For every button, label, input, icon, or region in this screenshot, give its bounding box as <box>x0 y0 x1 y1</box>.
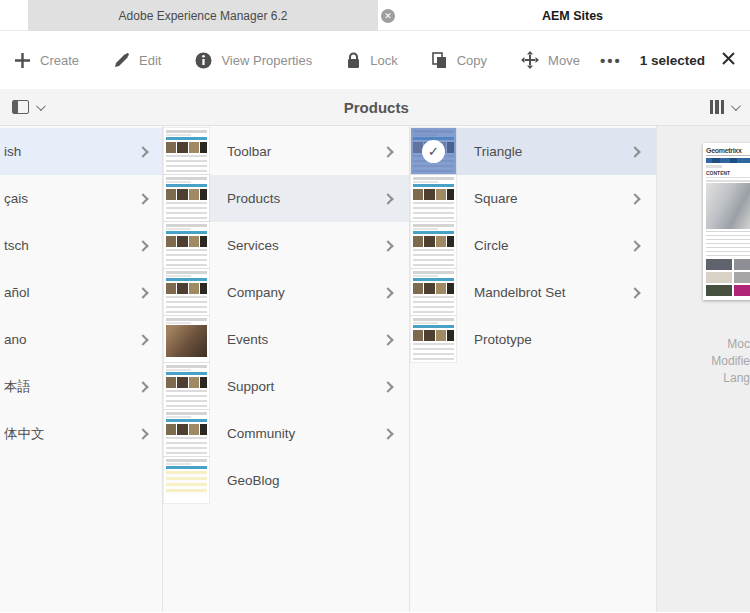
chevron-right-icon[interactable] <box>382 381 393 392</box>
list-item-label: Products <box>227 191 280 206</box>
chevron-right-icon[interactable] <box>382 240 393 251</box>
preview-nav-bar <box>706 158 750 163</box>
chevron-down-icon <box>731 101 741 111</box>
column-products: ✓ Triangle ✓ Square ✓ Circle <box>410 126 657 612</box>
tab-aem-sites-label: AEM Sites <box>542 9 603 23</box>
rail-icon <box>12 100 29 114</box>
chevron-right-icon[interactable] <box>629 146 640 157</box>
move-button[interactable]: Move <box>521 51 580 69</box>
page-thumbnail[interactable]: ✓ <box>164 410 209 456</box>
language-list-item[interactable]: ano <box>0 316 162 363</box>
page-list-item[interactable]: ✓ Support <box>163 363 409 410</box>
edit-label: Edit <box>139 53 161 68</box>
page-list-item[interactable]: ✓ Community <box>163 410 409 457</box>
page-list-item[interactable]: ✓ Services <box>163 222 409 269</box>
tab-aem-manager[interactable]: Adobe Experience Manager 6.2 <box>28 0 378 31</box>
list-item-label: tsch <box>4 238 29 253</box>
page-thumbnail[interactable]: ✓ <box>164 269 209 315</box>
page-thumbnail[interactable]: ✓ <box>164 175 209 221</box>
content-rail-toggle[interactable] <box>12 100 43 114</box>
page-list-item[interactable]: ✓ Products <box>163 175 409 222</box>
page-thumbnail[interactable]: ✓ <box>164 457 209 503</box>
language-list-item[interactable]: çais <box>0 175 162 222</box>
chevron-right-icon[interactable] <box>137 193 148 204</box>
language-list-item[interactable]: tsch <box>0 222 162 269</box>
language-list-item[interactable]: 本語 <box>0 363 162 410</box>
preview-paragraph <box>706 177 750 182</box>
chevron-right-icon[interactable] <box>137 381 148 392</box>
page-thumbnail[interactable]: ✓ <box>164 316 209 362</box>
list-item-label: Events <box>227 332 268 347</box>
lock-icon <box>346 52 361 69</box>
browser-tab-bar: Adobe Experience Manager 6.2 ✕ AEM Sites <box>0 0 750 31</box>
page-thumbnail[interactable]: ✓ <box>164 128 209 174</box>
preview-site-logo: Geometrixx <box>706 147 750 156</box>
preview-text-columns <box>706 231 750 257</box>
chevron-right-icon[interactable] <box>382 193 393 204</box>
preview-search-line <box>706 165 722 168</box>
preview-hero-photo <box>706 183 750 229</box>
create-button[interactable]: Create <box>14 52 79 69</box>
list-item-label: 本語 <box>4 378 31 396</box>
chevron-right-icon[interactable] <box>137 240 148 251</box>
chevron-right-icon[interactable] <box>137 287 148 298</box>
edit-button[interactable]: Edit <box>113 52 161 69</box>
chevron-right-icon[interactable] <box>137 428 148 439</box>
language-list-item[interactable]: añol <box>0 269 162 316</box>
chevron-right-icon[interactable] <box>629 287 640 298</box>
checkmark-icon: ✓ <box>411 128 456 174</box>
page-thumbnail[interactable]: ✓ <box>411 316 456 362</box>
tab-aem-manager-label: Adobe Experience Manager 6.2 <box>119 9 288 23</box>
page-list-item[interactable]: ✓ Toolbar <box>163 128 409 175</box>
page-thumbnail[interactable]: ✓ <box>411 269 456 315</box>
list-item-label: 体中文 <box>4 425 45 443</box>
list-item-label: Toolbar <box>227 144 271 159</box>
page-thumbnail[interactable]: ✓ <box>411 175 456 221</box>
lock-button[interactable]: Lock <box>346 52 397 69</box>
chevron-right-icon[interactable] <box>629 193 640 204</box>
deselect-button[interactable] <box>721 51 736 70</box>
page-list-item[interactable]: ✓ Events <box>163 316 409 363</box>
pencil-icon <box>113 52 130 69</box>
chevron-right-icon[interactable] <box>629 240 640 251</box>
chevron-right-icon[interactable] <box>382 146 393 157</box>
more-actions-button[interactable]: ••• <box>600 52 622 69</box>
selection-count: 1 selected <box>640 53 705 68</box>
page-list-item[interactable]: ✓ Triangle <box>410 128 656 175</box>
chevron-right-icon[interactable] <box>137 146 148 157</box>
list-item-label: GeoBlog <box>227 473 280 488</box>
page-list-item[interactable]: ✓ Prototype <box>410 316 656 363</box>
language-list-item[interactable]: ish <box>0 128 162 175</box>
list-item-label: Services <box>227 238 279 253</box>
column-pages: ✓ Toolbar ✓ Products ✓ Services <box>163 126 410 612</box>
page-list-item[interactable]: ✓ Company <box>163 269 409 316</box>
page-list-item[interactable]: ✓ Circle <box>410 222 656 269</box>
page-list-item[interactable]: ✓ Mandelbrot Set <box>410 269 656 316</box>
chevron-right-icon[interactable] <box>382 334 393 345</box>
create-label: Create <box>40 53 79 68</box>
page-thumbnail[interactable]: ✓ <box>411 128 456 174</box>
copy-button[interactable]: Copy <box>432 52 487 69</box>
preview-page-heading: CONTENT <box>706 170 750 176</box>
page-thumbnail[interactable]: ✓ <box>164 222 209 268</box>
action-toolbar: Create Edit View Properties Lock Copy Mo… <box>0 31 750 89</box>
chevron-right-icon[interactable] <box>137 334 148 345</box>
page-list-item[interactable]: ✓ GeoBlog <box>163 457 409 504</box>
page-thumbnail[interactable]: ✓ <box>164 363 209 409</box>
tab-close-icon[interactable]: ✕ <box>381 9 395 23</box>
chevron-right-icon[interactable] <box>382 287 393 298</box>
list-item-label: Circle <box>474 238 509 253</box>
meta-line: Moc <box>711 336 750 353</box>
info-icon <box>195 52 212 69</box>
view-properties-button[interactable]: View Properties <box>195 52 312 69</box>
move-icon <box>521 51 539 69</box>
view-header: Products <box>0 89 750 126</box>
view-switcher[interactable] <box>710 100 739 114</box>
page-thumbnail[interactable]: ✓ <box>411 222 456 268</box>
tab-aem-sites[interactable]: AEM Sites <box>395 0 750 31</box>
column-preview: Geometrixx CONTENT Moc Modifie Lang <box>657 126 750 612</box>
language-list-item[interactable]: 体中文 <box>0 410 162 457</box>
page-list-item[interactable]: ✓ Square <box>410 175 656 222</box>
chevron-right-icon[interactable] <box>382 428 393 439</box>
page-preview-card[interactable]: Geometrixx CONTENT <box>703 143 750 300</box>
